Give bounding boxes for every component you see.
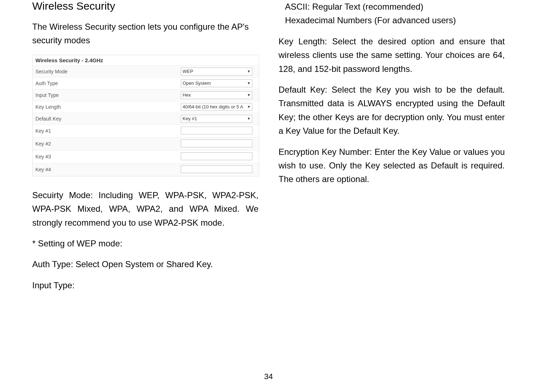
ss-row-auth-type: Auth Type Open System ▼	[33, 77, 259, 89]
ss-label: Key Length	[35, 104, 181, 110]
ss-row-key1: Key #1	[33, 124, 259, 137]
ss-label: Input Type	[35, 92, 181, 98]
input-type-label: Input Type:	[32, 279, 258, 292]
ss-heading: Wireless Security - 2.4GHz	[33, 55, 259, 65]
security-mode-select[interactable]: WEP ▼	[181, 68, 252, 75]
encryption-key-paragraph: Encryption Key Number: Enter the Key Val…	[279, 145, 505, 186]
key3-input[interactable]	[181, 152, 252, 160]
hex-line: Hexadecimal Numbers (For advanced users)	[279, 14, 505, 27]
ss-row-key4: Key #4	[33, 163, 259, 176]
chevron-down-icon: ▼	[247, 117, 251, 121]
ss-label: Key #4	[35, 167, 181, 172]
input-type-select[interactable]: Hex ▼	[181, 91, 252, 99]
ss-label: Auth Type	[35, 80, 181, 86]
chevron-down-icon: ▼	[247, 69, 251, 73]
ss-row-key3: Key #3	[33, 150, 259, 163]
select-value: Key #1	[183, 116, 197, 121]
default-key-select[interactable]: Key #1 ▼	[181, 115, 252, 123]
wep-mode-heading: * Setting of WEP mode:	[32, 237, 258, 250]
security-mode-paragraph: Secuirty Mode: Including WEP, WPA-PSK, W…	[32, 188, 258, 230]
wireless-security-screenshot: Wireless Security - 2.4GHz Security Mode…	[32, 55, 259, 176]
ss-row-input-type: Input Type Hex ▼	[33, 89, 259, 101]
key4-input[interactable]	[181, 165, 252, 173]
page-number: 34	[0, 365, 537, 381]
key2-input[interactable]	[181, 139, 252, 147]
select-value: WEP	[183, 69, 193, 74]
key-length-paragraph: Key Length: Select the desired option an…	[279, 35, 505, 76]
section-title: Wireless Security	[32, 0, 258, 12]
chevron-down-icon: ▼	[247, 81, 251, 85]
chevron-down-icon: ▼	[247, 93, 251, 97]
default-key-paragraph: Default Key: Select the Key you wish to …	[279, 83, 505, 138]
ss-label: Key #3	[35, 154, 181, 160]
auth-type-select[interactable]: Open System ▼	[181, 79, 252, 87]
auth-type-paragraph: Auth Type: Select Open System or Shared …	[32, 258, 258, 271]
ss-label: Default Key	[35, 116, 181, 122]
ss-label: Key #2	[35, 141, 181, 147]
select-value: 40/64-bit (10 hex digits or 5 A	[183, 104, 243, 109]
ss-label: Security Mode	[35, 69, 181, 74]
ss-row-key2: Key #2	[33, 137, 259, 150]
key1-input[interactable]	[181, 127, 252, 134]
intro-text: The Wireless Security section lets you c…	[32, 20, 258, 48]
key-length-select[interactable]: 40/64-bit (10 hex digits or 5 A ▼	[181, 103, 252, 111]
select-value: Hex	[183, 92, 191, 98]
ss-row-key-length: Key Length 40/64-bit (10 hex digits or 5…	[33, 101, 259, 113]
ss-row-security-mode: Security Mode WEP ▼	[33, 65, 259, 77]
chevron-down-icon: ▼	[247, 105, 251, 109]
ascii-line: ASCII: Regular Text (recommended)	[279, 0, 505, 14]
select-value: Open System	[183, 80, 211, 86]
ss-label: Key #1	[35, 128, 181, 134]
ss-row-default-key: Default Key Key #1 ▼	[33, 113, 259, 124]
